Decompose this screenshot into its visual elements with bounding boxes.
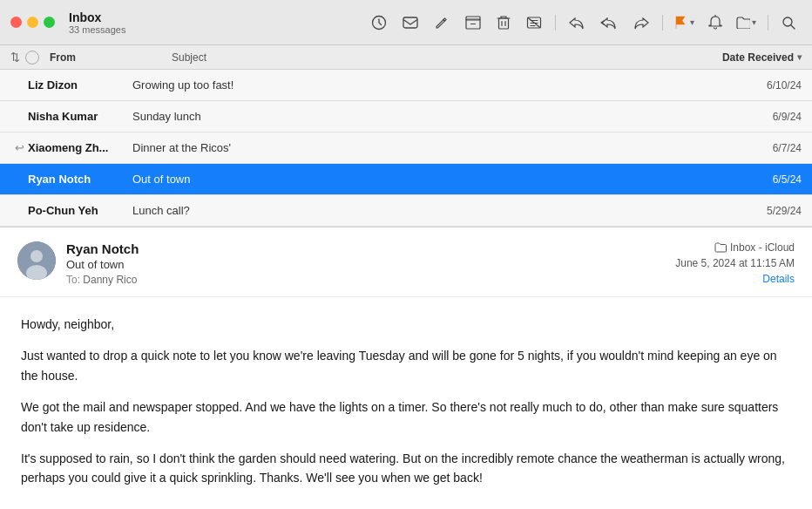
app-title: Inbox — [69, 10, 125, 24]
email-to-line: To: Danny Rico — [66, 274, 665, 286]
email-row[interactable]: Po-Chun Yeh Lunch call? 5/29/24 — [0, 195, 812, 227]
toolbar: ▾ ▾ — [365, 10, 802, 35]
message-count: 33 messages — [69, 24, 125, 35]
email-date-received: June 5, 2024 at 11:15 AM — [675, 257, 795, 269]
body-paragraph-4: It's supposed to rain, so I don't think … — [21, 449, 791, 488]
sort-icon[interactable]: ⇅ — [10, 51, 20, 64]
trash-icon — [497, 15, 511, 31]
minimize-button[interactable] — [27, 17, 38, 28]
body-paragraph-2: Just wanted to drop a quick note to let … — [21, 346, 791, 385]
toolbar-separator-2 — [662, 15, 663, 31]
svg-rect-1 — [403, 17, 417, 28]
maximize-button[interactable] — [44, 17, 55, 28]
replied-icon: ↩ — [15, 141, 24, 154]
from-column-header: From — [50, 51, 172, 64]
snooze-icon — [371, 15, 387, 31]
junk-icon — [526, 15, 542, 31]
email-row[interactable]: ↩ Xiaomeng Zh... Dinner at the Ricos' 6/… — [0, 132, 812, 164]
forward-button[interactable] — [627, 11, 655, 34]
flag-button[interactable]: ▾ — [670, 11, 699, 34]
row-from-5: Po-Chun Yeh — [28, 204, 132, 217]
row-from-1: Liz Dizon — [28, 78, 132, 92]
avatar-image — [17, 241, 56, 280]
body-paragraph-3: We got the mail and newspaper stopped. A… — [21, 397, 791, 437]
title-section: Inbox 33 messages — [69, 10, 125, 35]
email-detail-pane: Ryan Notch Out of town To: Danny Rico In… — [0, 227, 812, 509]
body-paragraph-1: Howdy, neighbor, — [21, 315, 791, 334]
sender-avatar — [17, 241, 56, 280]
unread-filter-button[interactable] — [25, 51, 39, 64]
email-body: Howdy, neighbor, Just wanted to drop a q… — [0, 297, 812, 509]
title-bar: Inbox 33 messages — [0, 0, 812, 45]
folder-small-icon — [714, 242, 727, 253]
date-column-header: Date Received ▾ — [662, 51, 802, 64]
row-subject-5: Lunch call? — [132, 204, 662, 217]
row-from-3: Xiaomeng Zh... — [28, 141, 132, 154]
svg-line-6 — [528, 17, 541, 28]
row-date-1: 6/10/24 — [662, 79, 802, 92]
to-name: Danny Rico — [83, 274, 137, 286]
row-subject-1: Growing up too fast! — [132, 78, 662, 92]
svg-rect-4 — [499, 18, 509, 29]
snooze-button[interactable] — [365, 10, 393, 35]
toolbar-separator-1 — [555, 15, 556, 31]
row-from-2: Nisha Kumar — [28, 110, 132, 123]
row-date-3: 6/7/24 — [662, 142, 802, 154]
list-header: ⇅ From Subject Date Received ▾ — [0, 45, 812, 70]
row-subject-4: Out of town — [132, 173, 662, 186]
junk-button[interactable] — [520, 10, 548, 35]
to-label: To: — [66, 274, 80, 286]
svg-point-8 — [783, 17, 792, 26]
archive-icon — [465, 16, 481, 30]
svg-point-11 — [30, 250, 43, 262]
email-subject-detail: Out of town — [66, 258, 665, 271]
flag-icon — [674, 16, 688, 30]
inbox-label: Inbox - iCloud — [730, 241, 795, 254]
reply-all-button[interactable] — [594, 11, 624, 34]
notification-icon — [708, 15, 722, 31]
email-list: ⇅ From Subject Date Received ▾ Liz Dizon… — [0, 45, 812, 227]
svg-line-9 — [791, 25, 795, 29]
email-meta: Inbox - iCloud June 5, 2024 at 11:15 AM … — [675, 241, 795, 285]
reply-all-icon — [600, 16, 618, 30]
row-subject-2: Sunday lunch — [132, 110, 662, 123]
row-date-4: 6/5/24 — [662, 173, 802, 186]
reply-button[interactable] — [563, 11, 591, 34]
folder-icon — [736, 17, 750, 29]
get-mail-button[interactable] — [396, 12, 424, 33]
search-button[interactable] — [775, 11, 802, 34]
row-from-4: Ryan Notch — [28, 173, 132, 186]
mailbox-chevron-icon: ▾ — [752, 17, 756, 27]
sort-controls: ⇅ — [10, 51, 39, 64]
close-button[interactable] — [10, 17, 22, 28]
details-link[interactable]: Details — [762, 273, 795, 285]
compose-icon — [434, 15, 450, 31]
forward-icon — [633, 16, 649, 30]
compose-button[interactable] — [428, 10, 456, 35]
row-subject-3: Dinner at the Ricos' — [132, 141, 662, 154]
row-date-5: 5/29/24 — [662, 205, 802, 217]
subject-column-header: Subject — [172, 51, 662, 64]
date-sort-icon: ▾ — [797, 52, 802, 62]
sender-name: Ryan Notch — [66, 241, 665, 256]
mail-icon — [403, 17, 418, 29]
toolbar-separator-3 — [768, 15, 768, 31]
archive-button[interactable] — [459, 11, 487, 34]
inbox-badge: Inbox - iCloud — [714, 241, 795, 254]
trash-button[interactable] — [491, 10, 517, 35]
search-icon — [782, 16, 795, 30]
email-row[interactable]: Nisha Kumar Sunday lunch 6/9/24 — [0, 101, 812, 132]
row-date-2: 6/9/24 — [662, 111, 802, 123]
flag-chevron-icon: ▾ — [690, 17, 694, 27]
sender-info: Ryan Notch Out of town To: Danny Rico — [66, 241, 665, 286]
email-row-selected[interactable]: Ryan Notch Out of town 6/5/24 — [0, 164, 812, 195]
window-controls — [10, 17, 55, 28]
reply-icon — [569, 16, 585, 30]
email-row[interactable]: Liz Dizon Growing up too fast! 6/10/24 — [0, 70, 812, 101]
notification-button[interactable] — [702, 10, 728, 35]
mailbox-button[interactable]: ▾ — [732, 12, 761, 33]
row-indicator-3: ↩ — [10, 141, 28, 154]
email-header: Ryan Notch Out of town To: Danny Rico In… — [0, 227, 812, 297]
